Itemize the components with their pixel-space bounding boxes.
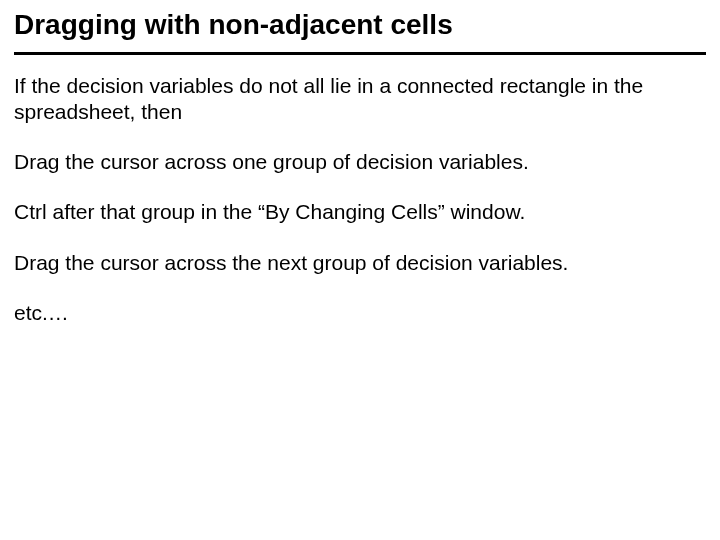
title-divider [14, 52, 706, 55]
body-paragraph: Ctrl after that group in the “By Changin… [14, 199, 706, 225]
slide-title: Dragging with non-adjacent cells [14, 8, 706, 48]
body-paragraph: Drag the cursor across one group of deci… [14, 149, 706, 175]
slide-body: If the decision variables do not all lie… [14, 73, 706, 327]
slide: Dragging with non-adjacent cells If the … [0, 0, 720, 540]
body-paragraph: If the decision variables do not all lie… [14, 73, 706, 126]
body-paragraph: etc.… [14, 300, 706, 326]
body-paragraph: Drag the cursor across the next group of… [14, 250, 706, 276]
